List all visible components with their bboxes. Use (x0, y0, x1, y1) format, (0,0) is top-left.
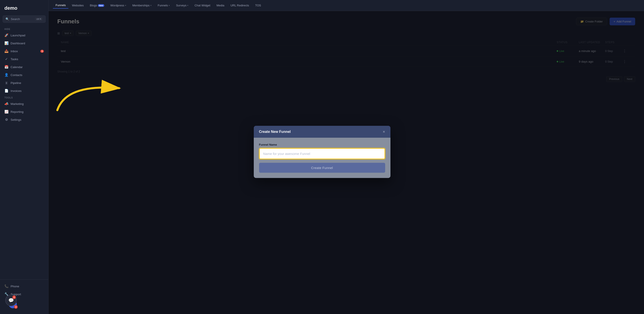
topnav-label: Funnels (158, 4, 168, 7)
sidebar-item-label: Marketing (10, 102, 24, 106)
section-label-hide: HIDE (0, 26, 48, 31)
invoices-icon: 📄 (4, 89, 8, 93)
topnav-item-tos[interactable]: TOS (252, 2, 264, 8)
search-label: Search (11, 17, 20, 21)
topnav-label: Memberships (132, 4, 150, 7)
topnav-item-url-redirects[interactable]: URL Redirects (228, 2, 252, 8)
sidebar-item-launchpad[interactable]: 🚀 Launchpad (0, 31, 48, 39)
sidebar-item-settings[interactable]: ⚙ Settings (0, 116, 48, 124)
calendar-icon: 📅 (4, 65, 8, 69)
dashboard-icon: 📊 (4, 41, 8, 45)
sidebar-item-label: Phone (10, 285, 19, 288)
app-logo: demo (0, 3, 48, 15)
sidebar-item-label: Settings (10, 118, 22, 121)
phone-icon: 📞 (4, 284, 8, 288)
notification-badge: 3 (12, 296, 16, 299)
topnav-label: Blogs (90, 4, 97, 7)
contacts-icon: 👤 (4, 73, 8, 77)
section-label-tools: TOOLS (0, 95, 48, 100)
funnel-name-label: Funnel Name (259, 143, 385, 146)
tasks-icon: ✓ (4, 57, 8, 61)
topnav-label: Wordpress (110, 4, 124, 7)
topnav-label: Websites (72, 4, 84, 7)
reporting-icon: 📈 (4, 110, 8, 114)
search-bar[interactable]: 🔍 Search ctrl K (3, 15, 46, 23)
topnav-item-blogs[interactable]: Blogs New (87, 2, 107, 8)
chevron-down-icon: ▾ (169, 4, 170, 6)
topnav-item-wordpress[interactable]: Wordpress ▾ (108, 2, 129, 8)
sidebar-item-label: Contacts (10, 73, 22, 77)
topnav-item-websites[interactable]: Websites (69, 2, 86, 8)
sidebar-item-phone[interactable]: 📞 Phone (0, 282, 48, 290)
notification-bubble[interactable]: 💬 3 (5, 295, 17, 306)
sidebar-section-hide: HIDE 🚀 Launchpad 📊 Dashboard 📥 Inbox 1 ✓… (0, 26, 48, 95)
search-icon: 🔍 (6, 17, 9, 21)
topnav-label: URL Redirects (230, 4, 249, 7)
topnav-item-funnels[interactable]: Funnels (53, 2, 68, 8)
sidebar-item-label: Calendar (10, 65, 23, 69)
sidebar-item-pipeline[interactable]: ⧖ Pipeline (0, 79, 48, 87)
sidebar-item-tasks[interactable]: ✓ Tasks (0, 55, 48, 63)
sidebar-item-invoices[interactable]: 📄 Invoices (0, 87, 48, 95)
sidebar-item-dashboard[interactable]: 📊 Dashboard (0, 39, 48, 47)
sidebar: demo 🔍 Search ctrl K HIDE 🚀 Launchpad 📊 … (0, 0, 48, 314)
sidebar-item-label: Pipeline (10, 81, 21, 85)
top-nav: Funnels Websites Blogs New Wordpress ▾ M… (48, 0, 644, 11)
topnav-item-media[interactable]: Media (214, 2, 227, 8)
sidebar-item-label: Reporting (10, 110, 24, 113)
sidebar-section-tools: TOOLS 📣 Marketing 📈 Reporting ⚙ Settings (0, 95, 48, 124)
modal-header: Create New Funnel × (254, 126, 390, 137)
topnav-label: TOS (255, 4, 261, 7)
create-funnel-modal: Create New Funnel × Funnel Name Create F… (254, 126, 390, 178)
avatar-badge: 3 (14, 305, 18, 309)
modal-body: Funnel Name Create Funnel (254, 137, 390, 178)
sidebar-item-contacts[interactable]: 👤 Contacts (0, 71, 48, 79)
sidebar-item-calendar[interactable]: 📅 Calendar (0, 63, 48, 71)
topnav-label: Chat Widget (194, 4, 210, 7)
sidebar-item-reporting[interactable]: 📈 Reporting (0, 108, 48, 116)
chevron-down-icon: ▾ (125, 4, 126, 6)
topnav-label: Media (216, 4, 224, 7)
create-funnel-button[interactable]: Create Funnel (259, 163, 385, 173)
settings-icon: ⚙ (4, 118, 8, 122)
topnav-item-memberships[interactable]: Memberships ▾ (130, 2, 154, 8)
chevron-down-icon: ▾ (150, 4, 152, 6)
inbox-icon: 📥 (4, 49, 8, 53)
topnav-item-surveys[interactable]: Surveys ▾ (173, 2, 191, 8)
modal-close-button[interactable]: × (383, 130, 385, 134)
pipeline-icon: ⧖ (4, 81, 8, 85)
topnav-label: Funnels (56, 3, 66, 7)
modal-title: Create New Funnel (259, 130, 291, 134)
inbox-badge: 1 (40, 50, 44, 53)
blogs-badge: New (98, 4, 104, 7)
funnel-name-input[interactable] (259, 148, 385, 159)
marketing-icon: 📣 (4, 102, 8, 106)
launchpad-icon: 🚀 (4, 33, 8, 37)
chevron-down-icon: ▾ (187, 4, 188, 6)
topnav-label: Surveys (176, 4, 186, 7)
sidebar-item-inbox[interactable]: 📥 Inbox 1 (0, 47, 48, 55)
sidebar-item-label: Launchpad (10, 34, 25, 37)
sidebar-bottom: 📞 Phone 🔧 Support A 3 (0, 280, 48, 311)
sidebar-item-label: Inbox (10, 49, 18, 53)
sidebar-item-label: Dashboard (10, 42, 25, 45)
sidebar-item-marketing[interactable]: 📣 Marketing (0, 100, 48, 108)
topnav-item-funnels2[interactable]: Funnels ▾ (155, 2, 172, 8)
sidebar-item-label: Invoices (10, 89, 22, 92)
search-shortcut: ctrl K (35, 17, 43, 21)
sidebar-item-label: Tasks (10, 57, 18, 61)
topnav-item-chat-widget[interactable]: Chat Widget (192, 2, 213, 8)
